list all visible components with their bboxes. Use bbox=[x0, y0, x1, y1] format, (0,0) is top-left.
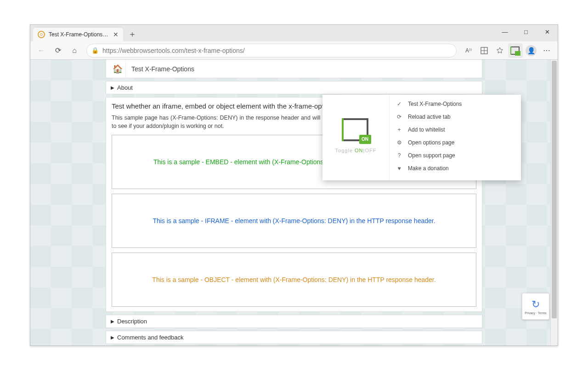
ext-item-donate[interactable]: ♥ Make a donation bbox=[390, 162, 521, 175]
browser-toolbar: ← → ⟳ ⌂ 🔒 https://webbrowsertools.com/te… bbox=[30, 41, 558, 60]
sample-iframe-text: This is a sample - IFRAME - element with… bbox=[153, 217, 435, 224]
tab-title: Test X-Frame-Options :: WebBro... bbox=[49, 31, 108, 38]
ext-item-label: Add to whitelist bbox=[408, 126, 445, 133]
browser-tab[interactable]: Test X-Frame-Options :: WebBro... ✕ bbox=[33, 28, 123, 41]
recaptcha-text: Privacy · Terms bbox=[525, 311, 547, 315]
toggle-label: Toggle ON|OFF bbox=[335, 148, 377, 154]
ext-item-options[interactable]: ⚙ Open options page bbox=[390, 136, 521, 149]
ext-item-support[interactable]: ? Open support page bbox=[390, 149, 521, 162]
lock-icon: 🔒 bbox=[91, 47, 99, 54]
description-accordion[interactable]: ▶ Description bbox=[106, 315, 482, 328]
about-accordion[interactable]: ▶ About bbox=[106, 81, 482, 94]
ext-item-reload[interactable]: ⟳ Reload active tab bbox=[390, 110, 521, 123]
minimize-button[interactable]: — bbox=[494, 25, 515, 39]
new-tab-button[interactable]: ＋ bbox=[126, 28, 139, 40]
ext-item-label: Test X-Frame-Options bbox=[408, 101, 462, 107]
scrollbar-thumb[interactable] bbox=[552, 61, 557, 318]
recaptcha-badge[interactable]: ↻ Privacy · Terms bbox=[522, 293, 549, 320]
chevron-right-icon: ▶ bbox=[111, 335, 114, 340]
read-aloud-button[interactable]: A⁾⁾ bbox=[461, 43, 476, 58]
comments-label: Comments and feedback bbox=[117, 334, 184, 341]
chevron-right-icon: ▶ bbox=[111, 85, 114, 90]
sample-object-box: This is a sample - OBJECT - element with… bbox=[112, 253, 476, 307]
home-button[interactable]: ⌂ bbox=[67, 43, 82, 58]
menu-button[interactable]: ⋯ bbox=[539, 43, 554, 58]
translate-button[interactable] bbox=[477, 43, 492, 58]
tab-strip: Test X-Frame-Options :: WebBro... ✕ ＋ — … bbox=[30, 25, 558, 41]
star-icon bbox=[496, 47, 503, 54]
refresh-button[interactable]: ⟳ bbox=[51, 43, 65, 58]
comments-accordion[interactable]: ▶ Comments and feedback bbox=[106, 331, 482, 344]
description-label: Description bbox=[117, 318, 147, 325]
plus-icon: + bbox=[396, 126, 402, 133]
close-tab-icon[interactable]: ✕ bbox=[112, 31, 119, 38]
extension-popup: ON Toggle ON|OFF ✓ Test X-Frame-Options … bbox=[322, 95, 521, 180]
tab-favicon bbox=[38, 31, 45, 38]
gear-icon: ⚙ bbox=[396, 139, 402, 146]
recaptcha-icon: ↻ bbox=[531, 299, 540, 310]
page-title: Test X-Frame-Options bbox=[131, 65, 194, 73]
translate-icon bbox=[481, 47, 488, 54]
url-text: https://webbrowsertools.com/test-x-frame… bbox=[102, 47, 452, 54]
ext-item-label: Make a donation bbox=[408, 165, 449, 172]
extension-button[interactable] bbox=[508, 43, 523, 58]
ext-item-label: Reload active tab bbox=[408, 114, 451, 120]
sample-iframe-box: This is a sample - IFRAME - element with… bbox=[112, 194, 476, 248]
check-icon: ✓ bbox=[396, 101, 402, 107]
extension-icon bbox=[511, 46, 520, 55]
heart-icon: ♥ bbox=[396, 165, 402, 172]
home-icon[interactable]: 🏠 bbox=[110, 60, 126, 78]
extension-popup-menu: ✓ Test X-Frame-Options ⟳ Reload active t… bbox=[390, 95, 521, 180]
browser-window: Test X-Frame-Options :: WebBro... ✕ ＋ — … bbox=[30, 24, 558, 346]
ext-item-label: Open options page bbox=[408, 139, 454, 146]
extension-big-icon[interactable]: ON bbox=[344, 118, 368, 141]
avatar-icon: 👤 bbox=[526, 45, 537, 56]
question-icon: ? bbox=[396, 152, 402, 159]
about-label: About bbox=[117, 84, 133, 91]
page-header: 🏠 Test X-Frame-Options bbox=[106, 60, 482, 78]
page-viewport: 🏠 Test X-Frame-Options ▶ About Test whet… bbox=[30, 60, 558, 345]
ext-item-test[interactable]: ✓ Test X-Frame-Options bbox=[390, 98, 521, 110]
close-window-button[interactable]: ✕ bbox=[537, 25, 558, 39]
chevron-right-icon: ▶ bbox=[111, 319, 114, 324]
sample-object-text: This is a sample - OBJECT - element with… bbox=[152, 276, 435, 283]
ext-item-whitelist[interactable]: + Add to whitelist bbox=[390, 123, 521, 136]
window-controls: — □ ✕ bbox=[494, 25, 558, 41]
favorites-button[interactable] bbox=[492, 43, 507, 58]
scrollbar[interactable] bbox=[550, 60, 558, 345]
maximize-button[interactable]: □ bbox=[515, 25, 537, 39]
reload-icon: ⟳ bbox=[396, 114, 402, 120]
address-bar[interactable]: 🔒 https://webbrowsertools.com/test-x-fra… bbox=[86, 44, 457, 58]
ext-item-label: Open support page bbox=[408, 152, 455, 159]
profile-button[interactable]: 👤 bbox=[524, 43, 538, 58]
extension-popup-left: ON Toggle ON|OFF bbox=[322, 95, 390, 180]
back-button[interactable]: ← bbox=[34, 43, 49, 58]
